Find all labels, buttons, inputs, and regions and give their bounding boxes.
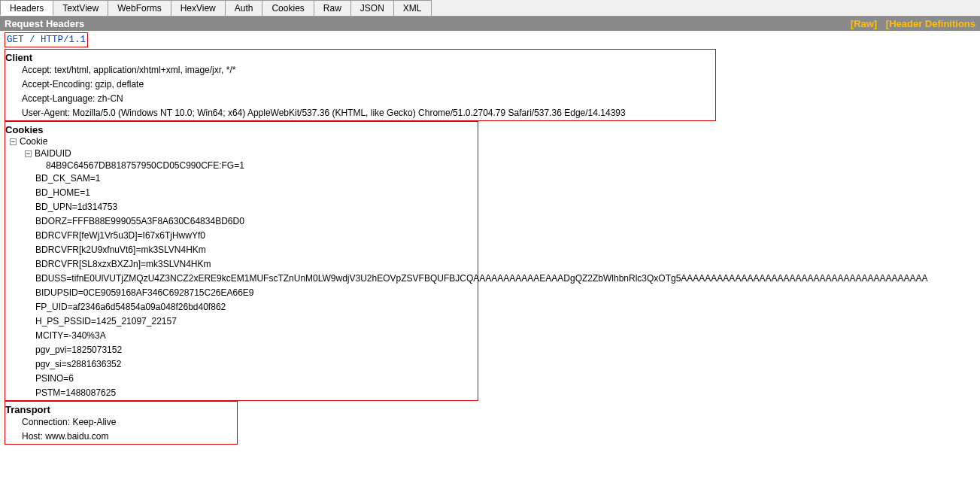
transport-title: Transport (5, 402, 237, 415)
tab-xml[interactable]: XML (393, 0, 432, 16)
cookies-title: Cookies (5, 123, 478, 135)
cookie-root-label: Cookie (20, 136, 47, 147)
cookie-item: PSTM=1488087625 (5, 386, 478, 400)
tab-textview[interactable]: TextView (53, 0, 108, 16)
tab-webforms[interactable]: WebForms (108, 0, 171, 16)
client-title: Client (5, 50, 715, 63)
cookies-section: Cookies −Cookie −BAIDUID 84B9C64567DB818… (5, 121, 478, 401)
cookie-baiduid-value: 84B9C64567DB818757950CD05C990CFE:FG=1 (5, 159, 478, 172)
cookie-item: pgv_si=s2881636352 (5, 357, 478, 372)
cookie-item: BDRCVFR[feWj1Vr5u3D]=I67x6TjHwwYf0 (5, 229, 478, 243)
cookie-item: MCITY=-340%3A (5, 329, 478, 343)
cookie-item: BDRCVFR[SL8xzxBXZJn]=mk3SLVN4HKm (5, 257, 478, 272)
cookie-item: pgv_pvi=1825073152 (5, 343, 478, 357)
cookie-item: BD_HOME=1 (5, 186, 478, 200)
cookie-item: BIDUPSID=0CE9059168AF346C6928715C26EA66E… (5, 286, 478, 300)
panel-header-links: [Raw] [Header Definitions (845, 18, 975, 29)
panel-header: Request Headers [Raw] [Header Definition… (0, 17, 980, 31)
tab-strip: Headers TextView WebForms HexView Auth C… (0, 0, 980, 17)
cookie-item: BDORZ=FFFB88E999055A3F8A630C64834BD6D0 (5, 214, 478, 229)
header-host: Host: www.baidu.com (5, 430, 237, 444)
cookie-item: BD_CK_SAM=1 (5, 172, 478, 186)
raw-link[interactable]: [Raw] (851, 18, 877, 29)
header-accept-encoding: Accept-Encoding: gzip, deflate (5, 77, 715, 92)
minus-icon[interactable]: − (10, 138, 17, 145)
tab-hexview[interactable]: HexView (171, 0, 226, 16)
request-line: GET / HTTP/1.1 (5, 32, 88, 47)
tab-raw[interactable]: Raw (314, 0, 351, 16)
header-accept: Accept: text/html, application/xhtml+xml… (5, 63, 715, 77)
panel-title: Request Headers (5, 18, 84, 29)
cookie-root[interactable]: −Cookie (5, 135, 478, 147)
cookie-item: H_PS_PSSID=1425_21097_22157 (5, 314, 478, 329)
cookie-item: FP_UID=af2346a6d54854a09a048f26bd40f862 (5, 300, 478, 314)
header-connection: Connection: Keep-Alive (5, 415, 237, 430)
cookie-baiduid-node[interactable]: −BAIDUID (5, 147, 478, 159)
cookie-item: BDUSS=tifnE0UlVUTjZMQzU4Z3NCZ2xERE9kcEM1… (5, 272, 478, 286)
content-area: GET / HTTP/1.1 Client Accept: text/html,… (0, 31, 980, 449)
cookie-item: PSINO=6 (5, 372, 478, 386)
tab-cookies[interactable]: Cookies (262, 0, 314, 16)
tab-headers[interactable]: Headers (0, 0, 53, 16)
transport-section: Transport Connection: Keep-Alive Host: w… (5, 401, 238, 445)
header-definitions-link[interactable]: [Header Definitions (886, 18, 975, 29)
header-user-agent: User-Agent: Mozilla/5.0 (Windows NT 10.0… (5, 106, 715, 120)
cookie-item: BDRCVFR[k2U9xfnuVt6]=mk3SLVN4HKm (5, 243, 478, 257)
cookie-baiduid-label: BAIDUID (35, 148, 71, 159)
tab-json[interactable]: JSON (350, 0, 394, 16)
header-accept-language: Accept-Language: zh-CN (5, 92, 715, 106)
cookie-item: BD_UPN=1d314753 (5, 200, 478, 214)
tab-auth[interactable]: Auth (225, 0, 263, 16)
minus-icon[interactable]: − (25, 150, 32, 157)
client-section: Client Accept: text/html, application/xh… (5, 49, 716, 121)
